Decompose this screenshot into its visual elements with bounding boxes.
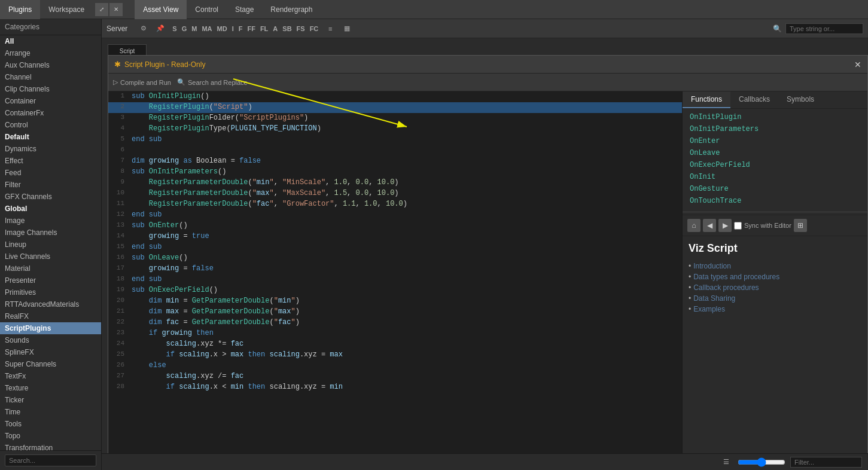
compile-run-btn[interactable]: ▷ Compile and Run (113, 78, 171, 86)
header-letter[interactable]: S (170, 25, 178, 33)
sidebar-item[interactable]: Image Channels (0, 227, 101, 239)
header-letter[interactable]: M (190, 25, 199, 33)
tab-asset-view[interactable]: Asset View (135, 0, 187, 19)
expand-btn[interactable]: ⤢ (95, 3, 108, 16)
sidebar-item[interactable]: Clip Channels (0, 83, 101, 95)
layout-btn[interactable]: ⊞ (794, 219, 807, 232)
function-item[interactable]: OnExecPerField (683, 159, 867, 171)
function-item[interactable]: OnTouchTrace (683, 195, 867, 207)
sidebar-item[interactable]: Control (0, 119, 101, 131)
sync-checkbox-input[interactable] (734, 222, 742, 230)
sidebar-item[interactable]: Live Channels (0, 251, 101, 263)
sidebar-item[interactable]: Global (0, 203, 101, 215)
header-letter[interactable]: MA (200, 25, 214, 33)
sidebar-item[interactable]: RealFX (0, 310, 101, 322)
header-letter[interactable]: G (180, 25, 189, 33)
sidebar-item[interactable]: ScriptPlugins (0, 322, 101, 334)
tab-plugins[interactable]: Plugins (0, 0, 40, 19)
tab-rendergraph[interactable]: Rendergraph (262, 0, 321, 19)
tab-control[interactable]: Control (187, 0, 227, 19)
header-letter[interactable]: I (230, 25, 236, 33)
tab-workspace[interactable]: Workspace (40, 0, 93, 19)
sidebar-item[interactable]: Filter (0, 179, 101, 191)
sidebar-item[interactable]: TextFx (0, 370, 101, 382)
next-nav-btn[interactable]: ▶ (718, 219, 732, 232)
header-letter[interactable]: FC (308, 25, 321, 33)
viz-link-item[interactable]: •Callback procedures (689, 282, 861, 293)
sidebar-item[interactable]: Aux Channels (0, 59, 101, 71)
sidebar-item[interactable]: Transformation (0, 442, 101, 450)
sidebar-item[interactable]: ContainerFx (0, 107, 101, 119)
sidebar-item[interactable]: Presenter (0, 274, 101, 286)
sidebar-item[interactable]: GFX Channels (0, 191, 101, 203)
sidebar-item[interactable]: Container (0, 95, 101, 107)
list-view-btn[interactable]: ☰ (720, 456, 733, 469)
sidebar-item[interactable]: Sounds (0, 334, 101, 346)
modal-close-btn[interactable]: ✕ (854, 60, 861, 69)
code-line: 16sub OnLeave() (108, 253, 682, 264)
sidebar-search-input[interactable] (5, 454, 96, 466)
function-item[interactable]: OnGesture (683, 183, 867, 195)
sidebar-item[interactable]: RTTAdvancedMaterials (0, 298, 101, 310)
sidebar-item[interactable]: Material (0, 263, 101, 274)
home-nav-btn[interactable]: ⌂ (687, 219, 701, 232)
search-replace-btn[interactable]: 🔍 Search and Replace (177, 78, 248, 86)
prev-nav-btn[interactable]: ◀ (703, 219, 716, 232)
server-icon-1[interactable]: ⚙ (137, 22, 150, 35)
sidebar-item[interactable]: Primitives (0, 286, 101, 298)
sidebar-item[interactable]: Topo (0, 430, 101, 442)
header-letter[interactable]: MD (215, 25, 229, 33)
close-tab-btn[interactable]: ✕ (109, 3, 123, 16)
sidebar-item[interactable]: Ticker (0, 394, 101, 406)
code-line: 12end sub (108, 210, 682, 221)
tab-functions[interactable]: Functions (683, 91, 730, 108)
code-line: 22 dim fac = GetParameterDouble("fac") (108, 318, 682, 328)
header-letter[interactable]: FF (245, 25, 257, 33)
viz-link[interactable]: Data types and procedures (693, 271, 779, 282)
sidebar-item[interactable]: Image (0, 215, 101, 227)
tab-callbacks[interactable]: Callbacks (730, 91, 778, 108)
tab-symbols[interactable]: Symbols (778, 91, 823, 108)
viz-link-item[interactable]: •Data types and procedures (689, 271, 861, 282)
filter-input[interactable] (790, 457, 862, 468)
server-icon-2[interactable]: 📌 (154, 22, 167, 35)
function-item[interactable]: OnInit (683, 171, 867, 183)
header-letter[interactable]: FS (295, 25, 307, 33)
sort-icon[interactable]: ≡ (324, 22, 337, 35)
viz-link[interactable]: Examples (693, 304, 725, 315)
viz-link-item[interactable]: •Examples (689, 304, 861, 315)
viz-link[interactable]: Callback procedures (693, 282, 759, 293)
sidebar-item[interactable]: Arrange (0, 47, 101, 59)
sidebar-item[interactable]: Super Channels (0, 358, 101, 370)
header-letter[interactable]: SB (281, 25, 293, 33)
sidebar-item[interactable]: SplineFX (0, 346, 101, 358)
sync-checkbox[interactable]: Sync with Editor (734, 222, 791, 230)
function-item[interactable]: OnLeave (683, 147, 867, 159)
function-item[interactable]: OnEnter (683, 135, 867, 147)
code-editor[interactable]: 1sub OnInitPlugin()2 RegisterPlugin("Scr… (108, 91, 682, 457)
sidebar-item[interactable]: All (0, 35, 101, 47)
viz-link-item[interactable]: •Data Sharing (689, 293, 861, 304)
grid-icon[interactable]: ▦ (340, 22, 354, 35)
viz-link[interactable]: Introduction (693, 261, 731, 271)
function-item[interactable]: OnInitPlugin (683, 111, 867, 123)
zoom-slider[interactable] (738, 457, 785, 467)
sidebar-item[interactable]: Texture (0, 382, 101, 394)
header-letter[interactable]: A (271, 25, 279, 33)
sidebar-item[interactable]: Effect (0, 155, 101, 167)
asset-search-input[interactable] (785, 23, 863, 34)
header-letter[interactable]: FL (258, 25, 270, 33)
sidebar-item[interactable]: Tools (0, 418, 101, 430)
line-content: growing = true (129, 231, 682, 242)
sidebar-item[interactable]: Time (0, 406, 101, 418)
sidebar-item[interactable]: Feed (0, 167, 101, 179)
viz-link[interactable]: Data Sharing (693, 293, 735, 304)
header-letter[interactable]: F (237, 25, 245, 33)
sidebar-item[interactable]: Default (0, 131, 101, 143)
function-item[interactable]: OnInitParameters (683, 123, 867, 135)
sidebar-item[interactable]: Channel (0, 71, 101, 83)
sidebar-item[interactable]: Dynamics (0, 143, 101, 155)
tab-stage[interactable]: Stage (227, 0, 262, 19)
sidebar-item[interactable]: Lineup (0, 239, 101, 251)
viz-link-item[interactable]: •Introduction (689, 261, 861, 271)
